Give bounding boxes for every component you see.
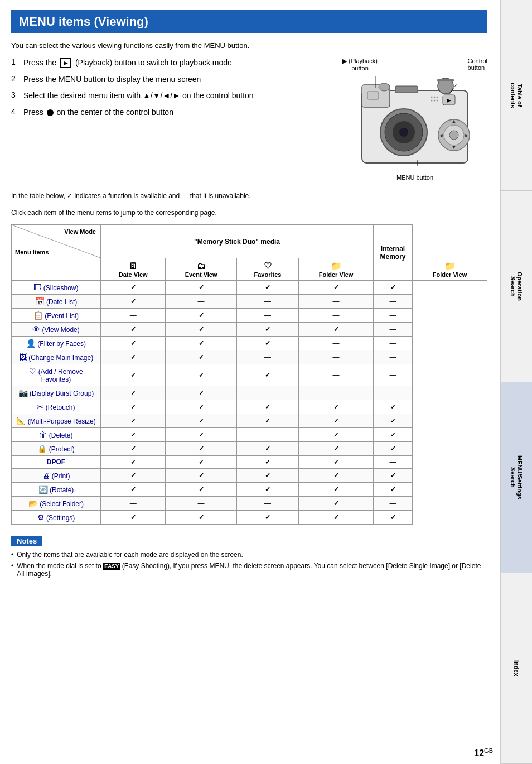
menu-item-name[interactable]: 🖨 (Print) — [12, 469, 101, 483]
menu-item-value: — — [166, 295, 236, 309]
menu-table-body: 🎞 (Slideshow)✓✓✓✓✓📅 (Date List)✓————📋 (E… — [12, 281, 487, 525]
menu-item-name[interactable]: 📷 (Display Burst Group) — [12, 386, 101, 400]
menu-item-name[interactable]: 🔄 (Rotate) — [12, 483, 101, 497]
table-row: 🎞 (Slideshow)✓✓✓✓✓ — [12, 281, 487, 295]
menu-item-value: ✓ — [166, 483, 236, 497]
menu-item-name[interactable]: 📂 (Select Folder) — [12, 497, 101, 511]
menu-item-value: — — [299, 386, 374, 400]
menu-item-name[interactable]: 🖼 (Change Main Image) — [12, 350, 101, 364]
right-sidebar: Table ofcontents OperationSearch MENU/Se… — [500, 0, 532, 764]
svg-text:◄: ◄ — [439, 133, 444, 138]
menu-item-value: — — [374, 309, 413, 323]
svg-point-5 — [399, 128, 408, 137]
menu-item-value: — — [374, 323, 413, 337]
table-row: 🖼 (Change Main Image)✓✓——— — [12, 350, 487, 364]
menu-item-value: ✓ — [101, 469, 166, 483]
menu-item-name[interactable]: 🔒 (Protect) — [12, 442, 101, 456]
header-folder-view-2: 📁 Folder View — [413, 258, 487, 281]
menu-item-value: ✓ — [166, 309, 236, 323]
sidebar-tab-contents-label: Table ofcontents — [510, 83, 523, 108]
menu-item-name[interactable]: 🎞 (Slideshow) — [12, 281, 101, 295]
menu-item-value: ✓ — [374, 483, 413, 497]
favorites-icon: ♡ — [240, 261, 295, 271]
menu-item-value: ✓ — [101, 400, 166, 414]
note-text-2: When the mode dial is set to EASY (Easy … — [17, 562, 487, 578]
svg-point-21 — [431, 97, 433, 98]
menu-item-value: — — [236, 386, 298, 400]
menu-item-value: — — [299, 350, 374, 364]
menu-item-value: ✓ — [101, 281, 166, 295]
camera-svg: ▶ ▲ ▼ ◄ ► — [351, 74, 479, 171]
menu-item-value: ✓ — [299, 323, 374, 337]
svg-point-25 — [434, 100, 436, 102]
menu-item-value: ✓ — [101, 442, 166, 456]
menu-item-name[interactable]: 🗑 (Delete) — [12, 428, 101, 442]
menu-item-value: ✓ — [299, 281, 374, 295]
menu-item-name[interactable]: 👤 (Filter by Faces) — [12, 337, 101, 350]
menu-item-value: — — [101, 309, 166, 323]
header-favorites: ♡ Favorites — [236, 258, 298, 281]
table-header-row-2: 🗓 Date View 🗂 Event View ♡ Favorites 📁 F… — [12, 258, 487, 281]
menu-item-name[interactable]: 📋 (Event List) — [12, 309, 101, 323]
sidebar-tab-index[interactable]: Index — [500, 573, 532, 764]
menu-item-value: ✓ — [236, 337, 298, 350]
folder-view-1-icon: 📁 — [302, 261, 370, 271]
menu-item-value: ✓ — [166, 442, 236, 456]
menu-item-value: ✓ — [374, 469, 413, 483]
intro-text: You can select the various viewing funct… — [11, 41, 487, 50]
menu-item-value: — — [236, 428, 298, 442]
table-header-row-1: View Mode Menu items "Memory Stick Duo" … — [12, 225, 487, 258]
table-row: 🗑 (Delete)✓✓—✓✓ — [12, 428, 487, 442]
playback-label: ▶ (Playback)button — [342, 57, 378, 71]
folder-view-1-label: Folder View — [302, 271, 370, 278]
date-view-label: Date View — [104, 271, 162, 278]
table-row: 👁 (View Mode)✓✓✓✓— — [12, 323, 487, 337]
menu-item-value: ✓ — [166, 323, 236, 337]
menu-item-name[interactable]: 👁 (View Mode) — [12, 323, 101, 337]
note-bullet-2: • When the mode dial is set to EASY (Eas… — [11, 562, 487, 578]
table-row: 👤 (Filter by Faces)✓✓✓—— — [12, 337, 487, 350]
steps-list: 1 Press the ▶ (Playback) button to switc… — [11, 57, 342, 181]
header-blank — [12, 258, 101, 281]
menu-item-name[interactable]: 📐 (Multi-Purpose Resize) — [12, 414, 101, 428]
page-title: MENU items (Viewing) — [11, 10, 487, 33]
center-button-icon — [47, 109, 54, 116]
menu-item-name[interactable]: ✂ (Retouch) — [12, 400, 101, 414]
header-date-view: 🗓 Date View — [101, 258, 166, 281]
menu-item-value: ✓ — [166, 337, 236, 350]
sidebar-tab-menu-search[interactable]: MENU/SettingsSearch — [500, 382, 532, 573]
step-4: 4 Press on the center of the control but… — [11, 107, 331, 118]
step-4-text: Press on the center of the control butto… — [23, 107, 173, 118]
menu-button-label: MENU button — [342, 174, 487, 181]
menu-item-value: ✓ — [166, 350, 236, 364]
menu-item-value: ✓ — [166, 364, 236, 386]
menu-item-value: ✓ — [374, 400, 413, 414]
note-bullet-dot-2: • — [11, 562, 13, 570]
menu-item-value: ✓ — [101, 350, 166, 364]
step-3-text: Select the desired menu item with ▲/▼/◄/… — [23, 90, 254, 102]
page-suffix: GB — [484, 747, 493, 754]
menu-item-value: — — [166, 497, 236, 511]
menu-item-value: ✓ — [166, 400, 236, 414]
menu-item-value: ✓ — [299, 414, 374, 428]
menu-item-name[interactable]: ⚙ (Settings) — [12, 511, 101, 525]
menu-item-value: ✓ — [299, 511, 374, 525]
step-2-num: 2 — [11, 74, 19, 83]
menu-item-value: ✓ — [101, 337, 166, 350]
menu-item-name[interactable]: 📅 (Date List) — [12, 295, 101, 309]
sidebar-tab-operation[interactable]: OperationSearch — [500, 191, 532, 382]
table-row: 📷 (Display Burst Group)✓✓——— — [12, 386, 487, 400]
menu-item-value: ✓ — [101, 295, 166, 309]
table-row: 🔄 (Rotate)✓✓✓✓✓ — [12, 483, 487, 497]
menu-item-value: — — [374, 337, 413, 350]
note-bullet-dot-1: • — [11, 551, 13, 559]
notes-badge: Notes — [11, 536, 42, 546]
folder-view-2-icon: 📁 — [416, 261, 483, 271]
table-row: DPOF✓✓✓✓— — [12, 456, 487, 469]
svg-text:▲: ▲ — [452, 118, 457, 124]
sidebar-tab-contents[interactable]: Table ofcontents — [500, 0, 532, 191]
menu-item-value: ✓ — [236, 511, 298, 525]
menu-item-name[interactable]: DPOF — [12, 456, 101, 469]
svg-text:▶: ▶ — [447, 97, 451, 103]
menu-item-name[interactable]: ♡ (Add / Remove Favorites) — [12, 364, 101, 386]
